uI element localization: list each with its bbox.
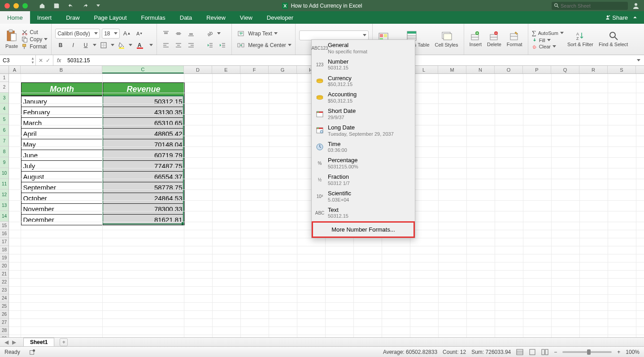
accept-formula-icon[interactable]: ✓ <box>46 57 50 64</box>
row-header-2[interactable]: 2 <box>0 82 9 93</box>
tab-data[interactable]: Data <box>173 11 199 24</box>
decrease-font-icon[interactable]: A▼ <box>134 29 145 39</box>
col-header-O[interactable]: O <box>495 66 523 73</box>
zoom-slider[interactable] <box>562 351 612 353</box>
row-header-23[interactable]: 23 <box>0 286 9 294</box>
cancel-formula-icon[interactable]: ✕ <box>39 57 43 64</box>
font-color-dropdown[interactable] <box>149 44 153 46</box>
autosum-button[interactable]: ∑AutoSum <box>532 30 564 37</box>
add-sheet-button[interactable]: + <box>60 338 68 346</box>
macro-record-icon[interactable] <box>29 349 35 355</box>
number-format-general[interactable]: ABC123GeneralNo specific format <box>312 40 415 56</box>
row-header-8[interactable]: 8 <box>0 146 9 157</box>
zoom-out-button[interactable]: − <box>554 349 557 355</box>
row-header-6[interactable]: 6 <box>0 125 9 136</box>
expand-formula-bar-icon[interactable] <box>637 59 640 61</box>
bold-button[interactable]: B <box>55 40 66 50</box>
tab-page-layout[interactable]: Page Layout <box>87 11 134 24</box>
align-top-icon[interactable] <box>161 29 171 39</box>
fx-icon[interactable]: fx <box>53 57 65 64</box>
view-page-break-icon[interactable] <box>541 349 548 355</box>
sheet-nav-prev-icon[interactable]: ◀ <box>4 339 9 345</box>
table-cell-revenue[interactable]: 81621.81 <box>103 214 184 225</box>
table-cell-revenue[interactable]: 43130.35 <box>103 107 184 117</box>
home-icon[interactable] <box>39 3 45 9</box>
table-cell-revenue[interactable]: 58778.75 <box>103 182 184 193</box>
table-cell-month[interactable]: April <box>21 128 103 139</box>
orientation-icon[interactable]: ab <box>205 29 215 39</box>
col-header-M[interactable]: M <box>438 66 466 73</box>
col-header-P[interactable]: P <box>523 66 551 73</box>
number-format-accounting[interactable]: Accounting$50,312.15 <box>312 89 415 106</box>
table-cell-revenue[interactable]: 24864.53 <box>103 193 184 203</box>
col-header-G[interactable]: G <box>269 66 297 73</box>
wrap-text-button[interactable]: Wrap Text <box>248 30 272 37</box>
number-format-time[interactable]: Time03:36:00 <box>312 139 415 155</box>
col-header-S[interactable]: S <box>608 66 636 73</box>
more-number-formats-button[interactable]: More Number Formats... <box>312 221 415 238</box>
number-format-number[interactable]: 123Number50312.15 <box>312 56 415 73</box>
row-header-12[interactable]: 12 <box>0 189 9 200</box>
clear-button[interactable]: Clear <box>532 44 564 49</box>
table-cell-month[interactable]: June <box>21 150 103 160</box>
row-header-16[interactable]: 16 <box>0 230 9 238</box>
table-cell-month[interactable]: May <box>21 139 103 150</box>
paste-button[interactable]: Paste <box>4 28 20 50</box>
tab-formulas[interactable]: Formulas <box>134 11 173 24</box>
font-size-combo[interactable]: 18 <box>102 29 120 39</box>
number-format-percentage[interactable]: %Percentage5031215.00% <box>312 155 415 172</box>
table-cell-month[interactable]: July <box>21 160 103 171</box>
minimize-window-button[interactable] <box>13 3 19 9</box>
table-header-month[interactable]: Month <box>21 82 103 96</box>
col-header-N[interactable]: N <box>466 66 495 73</box>
table-cell-revenue[interactable]: 65310.65 <box>103 117 184 128</box>
cell-styles-button[interactable]: Cell Styles <box>433 30 460 48</box>
formula-value[interactable]: 50312.15 <box>65 57 90 64</box>
table-cell-revenue[interactable]: 66554.37 <box>103 171 184 182</box>
underline-button[interactable]: U <box>80 40 91 50</box>
fill-button[interactable]: Fill <box>532 38 564 43</box>
maximize-window-button[interactable] <box>22 3 28 9</box>
align-left-icon[interactable] <box>161 40 171 50</box>
underline-dropdown[interactable] <box>93 44 96 46</box>
merge-dropdown[interactable] <box>288 44 292 46</box>
col-header-C[interactable]: C <box>102 66 184 73</box>
tab-home[interactable]: Home <box>0 11 30 24</box>
borders-dropdown[interactable] <box>111 44 114 46</box>
copy-button[interactable]: Copy <box>22 36 48 43</box>
col-header-F[interactable]: F <box>240 66 269 73</box>
row-header-4[interactable]: 4 <box>0 103 9 114</box>
sort-filter-button[interactable]: AZSort & Filter <box>566 30 595 48</box>
cut-button[interactable]: Cut <box>22 29 48 35</box>
fill-color-dropdown[interactable] <box>129 44 132 46</box>
row-header-9[interactable]: 9 <box>0 157 9 168</box>
tab-developer[interactable]: Developer <box>260 11 300 24</box>
table-cell-month[interactable]: August <box>21 171 103 182</box>
row-header-3[interactable]: 3 <box>0 93 9 103</box>
insert-cells-button[interactable]: Insert <box>468 30 484 48</box>
row-header-14[interactable]: 14 <box>0 211 9 222</box>
number-format-long-date[interactable]: Long DateTuesday, September 29, 2037 <box>312 122 415 139</box>
sheet-tab[interactable]: Sheet1 <box>23 338 54 346</box>
search-sheet-box[interactable] <box>552 2 628 10</box>
row-header-26[interactable]: 26 <box>0 310 9 318</box>
col-header-A[interactable]: A <box>9 66 21 73</box>
row-header-17[interactable]: 17 <box>0 238 9 246</box>
table-cell-revenue[interactable]: 60719.79 <box>103 150 184 160</box>
italic-button[interactable]: I <box>68 40 78 50</box>
row-header-7[interactable]: 7 <box>0 136 9 146</box>
row-header-28[interactable]: 28 <box>0 327 9 335</box>
wrap-dropdown[interactable] <box>274 32 278 34</box>
number-format-short-date[interactable]: Short Date29/9/37 <box>312 106 415 122</box>
row-header-18[interactable]: 18 <box>0 246 9 254</box>
table-cell-month[interactable]: February <box>21 107 103 117</box>
col-header-D[interactable]: D <box>184 66 212 73</box>
table-cell-month[interactable]: December <box>21 214 103 225</box>
row-header-25[interactable]: 25 <box>0 302 9 310</box>
zoom-level[interactable]: 100% <box>626 349 640 355</box>
table-cell-month[interactable]: March <box>21 117 103 128</box>
row-header-5[interactable]: 5 <box>0 114 9 125</box>
col-header-Q[interactable]: Q <box>551 66 579 73</box>
table-cell-revenue[interactable]: 50312.15 <box>103 96 184 107</box>
collapse-ribbon-icon[interactable] <box>632 15 638 20</box>
